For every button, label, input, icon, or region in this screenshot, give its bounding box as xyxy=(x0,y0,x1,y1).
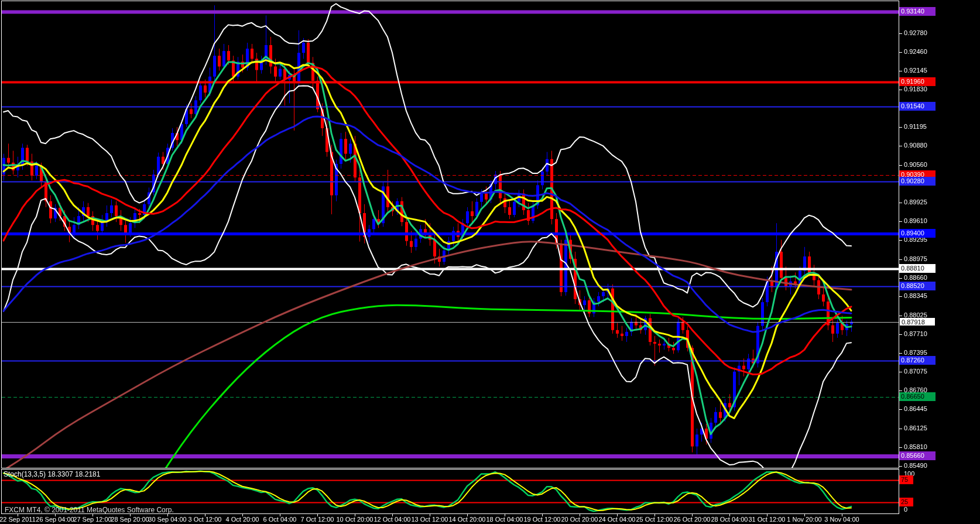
price-tick-label: 0.91195 xyxy=(904,123,927,130)
stoch-scale-label: 0 xyxy=(904,506,907,513)
hline-price-badge: 0.88810 xyxy=(899,264,936,273)
price-tick-label: 0.92780 xyxy=(904,29,927,36)
price-tick-label: 0.85490 xyxy=(904,462,927,469)
price-tick-label: 0.88660 xyxy=(904,274,927,281)
price-tick-label: 0.91830 xyxy=(904,85,927,93)
hline-price-badge: 0.85660 xyxy=(899,451,936,460)
time-axis[interactable]: 22 Sep 201126 Sep 04:0027 Sep 12:0028 Se… xyxy=(0,513,980,524)
bid-price-badge: 0.87918 xyxy=(899,317,936,326)
hline-price-badge: 0.88520 xyxy=(899,282,936,290)
hline-price-badge: 0.86650 xyxy=(899,392,936,401)
price-tick-label: 0.87710 xyxy=(904,330,927,337)
price-tick-label: 0.90560 xyxy=(904,161,927,168)
hline-price-badge: 0.91540 xyxy=(899,102,936,111)
price-tick-label: 0.88345 xyxy=(904,292,927,299)
price-tick-label: 0.88975 xyxy=(904,255,927,262)
hline-price-badge: 0.93140 xyxy=(899,7,936,16)
chart-canvas[interactable] xyxy=(0,0,980,524)
price-tick-label: 0.86445 xyxy=(904,405,927,412)
price-tick-label: 0.89925 xyxy=(904,198,927,206)
mt4-chart-window: Stoch(13,3,5) 18.3307 18.2181 FXCM MT4, … xyxy=(0,0,980,524)
hline-price-badge: 0.91960 xyxy=(899,77,936,86)
price-tick-label: 0.92460 xyxy=(904,48,927,55)
time-tick-label: 3 Nov 04:00 xyxy=(814,516,870,523)
price-tick-label: 0.87395 xyxy=(904,349,927,356)
price-tick-label: 0.89610 xyxy=(904,217,927,224)
stoch-level-badge: 25 xyxy=(899,498,913,506)
price-tick-label: 0.85810 xyxy=(904,443,927,450)
panel-divider[interactable] xyxy=(0,467,899,470)
hline-price-badge: 0.90280 xyxy=(899,177,936,186)
hline-price-badge: 0.89400 xyxy=(899,229,936,238)
price-tick-label: 0.87075 xyxy=(904,368,927,375)
price-tick-label: 0.92145 xyxy=(904,67,927,74)
price-axis[interactable]: 0.927800.924600.921450.918300.911950.908… xyxy=(899,0,980,513)
price-tick-label: 0.86125 xyxy=(904,424,927,431)
hline-price-badge: 0.87260 xyxy=(899,356,936,365)
stoch-level-badge: 75 xyxy=(899,475,913,484)
price-tick-label: 0.90880 xyxy=(904,142,927,149)
